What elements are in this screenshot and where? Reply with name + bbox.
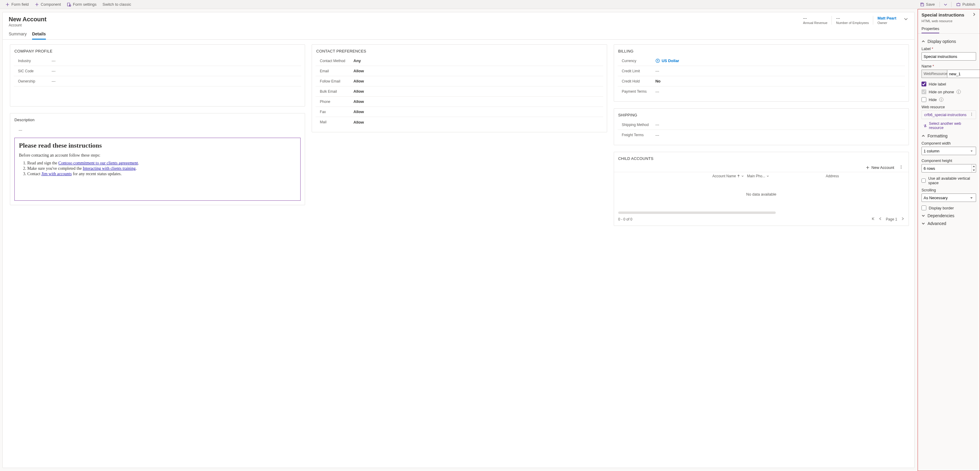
section-company-profile[interactable]: COMPANY PROFILE Industry --- SIC Code --…: [10, 45, 305, 107]
svg-rect-2: [957, 3, 960, 6]
section-display-options[interactable]: Display options: [921, 39, 976, 44]
form-canvas-wrapper: New Account Account --- Annual Revenue -…: [0, 9, 918, 471]
use-all-vertical-checkbox[interactable]: Use all available vertical space: [921, 176, 976, 185]
field-credit-limit[interactable]: Credit Limit---: [618, 66, 905, 76]
form-settings-button[interactable]: Form settings: [65, 1, 99, 8]
field-industry[interactable]: Industry ---: [14, 56, 301, 66]
field-ownership[interactable]: Ownership ---: [14, 76, 301, 86]
field-shipping-method[interactable]: Shipping Method---: [618, 120, 905, 130]
field-fax[interactable]: FaxAllow: [315, 107, 603, 117]
section-title: SHIPPING: [614, 108, 908, 120]
field-follow-email[interactable]: Follow EmailAllow: [315, 76, 603, 86]
webres-link-jim[interactable]: Jim with accounts: [41, 172, 72, 176]
form-column-1: COMPANY PROFILE Industry --- SIC Code --…: [10, 45, 305, 226]
publish-button[interactable]: Publish: [954, 1, 978, 8]
webres-link-training[interactable]: Interacting with clients training: [83, 166, 135, 171]
header-field-annual-revenue[interactable]: --- Annual Revenue: [799, 16, 832, 25]
header-expand-button[interactable]: [904, 16, 908, 22]
hide-on-phone-checkbox[interactable]: Hide on phone i: [921, 89, 976, 94]
field-mail[interactable]: MailAllow: [315, 117, 603, 127]
save-icon: [920, 2, 924, 6]
spinner-down[interactable]: [972, 168, 976, 172]
form-body: COMPANY PROFILE Industry --- SIC Code --…: [3, 40, 914, 233]
hide-checkbox[interactable]: Hide i: [921, 97, 976, 102]
section-child-accounts[interactable]: CHILD ACCOUNTS New Account: [614, 152, 909, 226]
info-icon[interactable]: i: [939, 97, 943, 102]
switch-to-classic-button[interactable]: Switch to classic: [100, 1, 134, 8]
svg-text:$: $: [657, 59, 658, 62]
label-input[interactable]: [921, 52, 976, 60]
column-account-name[interactable]: Account Name: [618, 174, 747, 178]
section-title: COMPANY PROFILE: [10, 45, 305, 56]
add-form-field-button[interactable]: Form field: [3, 1, 31, 8]
display-border-checkbox[interactable]: Display border: [921, 205, 976, 210]
section-advanced[interactable]: Advanced: [921, 221, 976, 226]
name-field-label: Name: [921, 64, 976, 68]
save-options-button[interactable]: [942, 2, 949, 8]
pager-first-button[interactable]: [872, 217, 875, 221]
info-icon[interactable]: i: [956, 90, 961, 94]
column-address[interactable]: Address: [826, 174, 904, 178]
properties-tabbar: Properties: [918, 25, 980, 33]
svg-point-9: [971, 114, 972, 115]
section-formatting[interactable]: Formatting: [921, 134, 976, 138]
header-field-employees[interactable]: --- Number of Employees: [832, 16, 873, 25]
header-field-owner[interactable]: Matt Peart Owner: [873, 16, 900, 25]
web-resource-special-instructions[interactable]: Please read these instructions Before co…: [14, 138, 301, 201]
switch-to-classic-label: Switch to classic: [103, 2, 131, 6]
field-value: ---: [50, 59, 301, 63]
spinner-up[interactable]: [972, 164, 976, 168]
select-another-web-resource-link[interactable]: Select another web resource: [921, 121, 976, 130]
grid-horizontal-scrollbar[interactable]: [618, 212, 776, 214]
section-description[interactable]: Description --- Please read these instru…: [10, 113, 305, 205]
field-bulk-email[interactable]: Bulk EmailAllow: [315, 86, 603, 97]
web-resource-lookup[interactable]: crfb6_special-instructions: [921, 110, 976, 119]
tab-details[interactable]: Details: [32, 32, 46, 40]
pager-prev-button[interactable]: [878, 217, 882, 221]
field-currency[interactable]: Currency $ US Dollar: [618, 56, 905, 66]
field-email[interactable]: EmailAllow: [315, 66, 603, 76]
scrolling-select[interactable]: As Necessary: [921, 194, 976, 202]
form-column-2: CONTACT PREFERENCES Contact MethodAny Em…: [312, 45, 607, 226]
webres-link-commitment[interactable]: Contoso commitment to our clients agreee…: [58, 161, 138, 165]
separator: [951, 2, 951, 7]
webres-step-3: Contact Jim with accounts for any recent…: [27, 172, 296, 177]
component-width-select[interactable]: 1 column: [921, 147, 976, 155]
publish-label: Publish: [962, 2, 975, 6]
field-contact-method[interactable]: Contact MethodAny: [315, 56, 603, 66]
grid-pager: Page 1: [872, 217, 904, 221]
grid-more-button[interactable]: [898, 165, 904, 170]
properties-pane: Special instructions HTML web resource P…: [918, 9, 980, 471]
section-billing[interactable]: BILLING Currency $ US Dollar Credit Limi…: [614, 45, 909, 102]
column-main-phone[interactable]: Main Pho...: [747, 174, 826, 178]
web-resource-link[interactable]: crfb6_special-instructions: [924, 113, 967, 117]
tab-properties[interactable]: Properties: [921, 26, 939, 33]
section-dependencies[interactable]: Dependencies: [921, 213, 976, 218]
component-height-input[interactable]: [921, 164, 976, 172]
webres-step-1: Read and sign the Contoso commitment to …: [27, 161, 296, 165]
name-input[interactable]: [947, 70, 980, 78]
add-component-button[interactable]: Component: [32, 1, 63, 8]
header-value: Matt Peart: [877, 16, 896, 21]
field-value: ---: [50, 79, 301, 83]
field-phone[interactable]: PhoneAllow: [315, 97, 603, 107]
svg-point-10: [971, 115, 972, 116]
grid-header: Account Name Main Pho... Address: [614, 172, 908, 180]
save-button[interactable]: Save: [918, 1, 937, 8]
pager-next-button[interactable]: [901, 217, 904, 221]
web-resource-more-icon[interactable]: [970, 113, 974, 117]
svg-point-1: [69, 5, 71, 6]
section-contact-preferences[interactable]: CONTACT PREFERENCES Contact MethodAny Em…: [312, 45, 607, 132]
field-freight-terms[interactable]: Freight Terms---: [618, 130, 905, 140]
page-subtitle: Account: [9, 23, 46, 27]
field-payment-terms[interactable]: Payment Terms---: [618, 86, 905, 97]
field-credit-hold[interactable]: Credit HoldNo: [618, 76, 905, 86]
collapse-pane-button[interactable]: [972, 12, 976, 18]
field-sic-code[interactable]: SIC Code ---: [14, 66, 301, 76]
hide-label-checkbox[interactable]: Hide label: [921, 81, 976, 86]
tab-summary[interactable]: Summary: [9, 32, 27, 39]
new-account-button[interactable]: New Account: [866, 165, 894, 170]
web-resource-label: Web resource: [921, 105, 976, 109]
component-height-label: Component height: [921, 159, 976, 163]
section-shipping[interactable]: SHIPPING Shipping Method--- Freight Term…: [614, 108, 909, 145]
